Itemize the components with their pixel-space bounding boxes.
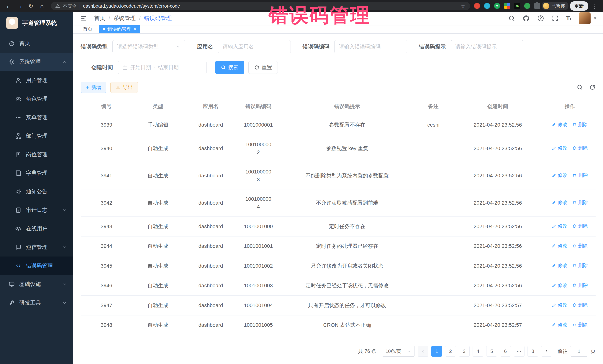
fullscreen-icon[interactable] xyxy=(552,15,559,22)
help-icon[interactable] xyxy=(537,15,544,22)
sidebar-item-departments[interactable]: 部门管理 xyxy=(0,127,73,145)
page-button-1[interactable]: 1 xyxy=(431,346,442,357)
user-avatar[interactable] xyxy=(579,12,591,24)
delete-link[interactable]: 删除 xyxy=(572,172,588,179)
edit-pencil-icon xyxy=(552,200,556,205)
sidebar-item-dictionary[interactable]: 字典管理 xyxy=(0,164,73,182)
add-button[interactable]: + 新增 xyxy=(81,82,106,93)
extension-icon[interactable] xyxy=(504,3,510,9)
sidebar-item-sms[interactable]: 短信管理 xyxy=(0,238,73,256)
sidebar-item-online-users[interactable]: 在线用户 xyxy=(0,220,73,238)
edit-link[interactable]: 修改 xyxy=(552,321,567,328)
delete-link[interactable]: 删除 xyxy=(572,222,588,230)
sidebar-item-infrastructure[interactable]: 基础设施 xyxy=(0,275,73,294)
sidebar: 芋道管理系统 首页 系统管理 用户管理 xyxy=(0,12,73,364)
edit-link[interactable]: 修改 xyxy=(552,199,567,206)
sidebar-logo[interactable]: 芋道管理系统 xyxy=(0,12,73,34)
sidebar-item-roles[interactable]: 角色管理 xyxy=(0,90,73,108)
github-icon[interactable] xyxy=(523,15,530,22)
delete-link[interactable]: 删除 xyxy=(572,282,588,289)
date-range-picker[interactable]: 开始日期 - 结束日期 xyxy=(118,61,207,74)
edit-link[interactable]: 修改 xyxy=(552,222,567,230)
edit-link[interactable]: 修改 xyxy=(552,121,567,128)
sidebar-item-audit-log[interactable]: 审计日志 xyxy=(0,201,73,220)
edit-link[interactable]: 修改 xyxy=(552,262,567,269)
forward-icon[interactable]: → xyxy=(15,1,24,11)
edit-link[interactable]: 修改 xyxy=(552,301,567,309)
breadcrumb-parent[interactable]: 系统管理 xyxy=(113,14,136,22)
toggle-search-icon[interactable] xyxy=(577,84,583,90)
goto-page-input[interactable] xyxy=(570,346,588,357)
sidebar-item-home[interactable]: 首页 xyxy=(0,34,73,53)
page-size-select[interactable]: 10条/页 xyxy=(382,346,415,357)
address-bar[interactable]: 不安全 | dashboard.yudao.iocoder.cn/system/… xyxy=(51,2,470,10)
edit-link[interactable]: 修改 xyxy=(552,144,567,152)
extension-on-badge[interactable]: on xyxy=(514,3,520,9)
page-button-8[interactable]: 8 xyxy=(527,346,538,357)
next-page-button[interactable] xyxy=(541,346,552,357)
omnibox-divider: | xyxy=(79,3,81,9)
refresh-icon xyxy=(254,65,259,70)
edit-link[interactable]: 修改 xyxy=(552,282,567,289)
error-type-select[interactable]: 请选择错误码类型 xyxy=(112,40,185,53)
prev-page-button[interactable] xyxy=(418,346,429,357)
avatar-caret-down-icon[interactable]: ▾ xyxy=(594,15,596,21)
search-button[interactable]: 搜索 xyxy=(215,61,244,74)
extension-icon[interactable] xyxy=(524,3,530,9)
sidebar-item-menus[interactable]: 菜单管理 xyxy=(0,108,73,127)
tab-error-code[interactable]: 错误码管理 × xyxy=(99,25,140,33)
breadcrumb-home[interactable]: 首页 xyxy=(94,14,105,22)
error-hint-input[interactable] xyxy=(455,40,519,53)
tab-home[interactable]: 首页 xyxy=(79,25,96,33)
export-button[interactable]: 导出 xyxy=(110,82,138,93)
extension-icon[interactable] xyxy=(474,3,480,9)
delete-link[interactable]: 删除 xyxy=(572,199,588,206)
delete-link[interactable]: 删除 xyxy=(572,121,588,128)
chevron-up-icon xyxy=(62,59,67,64)
reset-button[interactable]: 重置 xyxy=(248,61,278,74)
delete-link[interactable]: 删除 xyxy=(572,262,588,269)
sidebar-menu: 首页 系统管理 用户管理 角色管理 xyxy=(0,34,73,364)
chevron-down-icon xyxy=(62,208,67,213)
table-row: 3944 自动生成 dashboard 1001001001 定时任务的处理器已… xyxy=(81,236,596,256)
sidebar-item-users[interactable]: 用户管理 xyxy=(0,71,73,90)
browser-menu-icon[interactable]: ⋮ xyxy=(590,2,599,10)
browser-update-button[interactable]: 更新 xyxy=(570,1,588,11)
sidebar-item-notice[interactable]: 通知公告 xyxy=(0,182,73,201)
edit-pencil-icon xyxy=(552,322,556,327)
edit-link[interactable]: 修改 xyxy=(552,172,567,179)
filter-row-1: 错误码类型 请选择错误码类型 应用名 错误码编码 xyxy=(81,40,596,53)
back-icon[interactable]: ← xyxy=(4,1,13,11)
app-name-input[interactable] xyxy=(223,40,286,53)
tab-close-icon[interactable]: × xyxy=(134,27,136,32)
error-code-input[interactable] xyxy=(339,40,402,53)
refresh-icon[interactable] xyxy=(589,84,596,90)
edit-link[interactable]: 修改 xyxy=(552,242,567,249)
sidebar-item-system[interactable]: 系统管理 xyxy=(0,53,73,71)
sidebar-item-posts[interactable]: 岗位管理 xyxy=(0,145,73,164)
sidebar-item-dev-tools[interactable]: 研发工具 xyxy=(0,294,73,312)
search-icon[interactable] xyxy=(508,15,515,22)
reload-icon[interactable]: ↻ xyxy=(26,1,36,11)
browser-profile-chip[interactable]: 已暂停 xyxy=(542,2,568,10)
page-button-3[interactable]: 3 xyxy=(459,346,470,357)
gear-icon xyxy=(9,59,15,65)
extension-icon[interactable] xyxy=(484,3,490,9)
delete-link[interactable]: 删除 xyxy=(572,144,588,152)
delete-link[interactable]: 删除 xyxy=(572,301,588,309)
page-button-5[interactable]: 5 xyxy=(486,346,497,357)
font-size-icon[interactable]: TT xyxy=(566,15,571,22)
extension-icon[interactable]: V xyxy=(494,3,500,9)
delete-link[interactable]: 删除 xyxy=(572,242,588,249)
page-button-2[interactable]: 2 xyxy=(445,346,456,357)
home-icon[interactable]: ⌂ xyxy=(37,1,47,11)
bookmark-star-icon[interactable]: ☆ xyxy=(461,3,465,9)
delete-link[interactable]: 删除 xyxy=(572,321,588,328)
sidebar-collapse-icon[interactable] xyxy=(80,15,87,22)
page-button-6[interactable]: 6 xyxy=(500,346,511,357)
filter-create-time: 创建时间 开始日期 - 结束日期 xyxy=(92,61,207,74)
page-button-4[interactable]: 4 xyxy=(473,346,483,357)
sidebar-item-error-code[interactable]: 错误码管理 xyxy=(0,256,73,275)
extensions-puzzle-icon[interactable] xyxy=(534,3,540,9)
page-more-button[interactable]: ••• xyxy=(514,346,524,357)
